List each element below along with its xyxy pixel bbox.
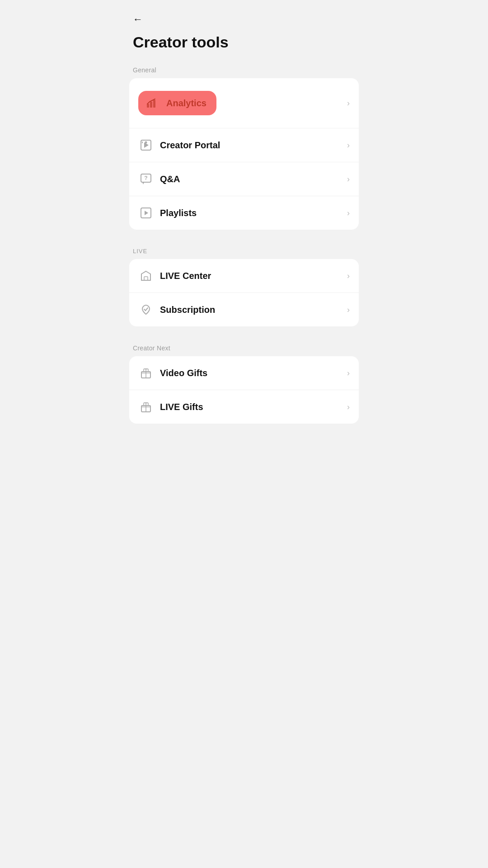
creator-portal-chevron: ›	[347, 141, 350, 150]
section-label-creator-next: Creator Next	[122, 335, 366, 356]
subscription-icon	[138, 302, 154, 317]
svg-rect-11	[144, 277, 148, 280]
section-label-live: LIVE	[122, 239, 366, 259]
video-gifts-chevron: ›	[347, 368, 350, 378]
creator-portal-icon	[138, 137, 154, 153]
qna-label: Q&A	[160, 174, 343, 184]
creator-next-card: Video Gifts › LIVE Gifts ›	[129, 356, 359, 424]
playlists-chevron: ›	[347, 208, 350, 218]
analytics-label: Analytics	[166, 98, 206, 108]
live-card: LIVE Center › Subscription ›	[129, 259, 359, 326]
video-gifts-label: Video Gifts	[160, 368, 343, 378]
svg-rect-0	[147, 104, 149, 108]
section-live: LIVE LIVE Center ›	[122, 239, 366, 326]
video-gifts-icon	[138, 365, 154, 381]
menu-item-subscription[interactable]: Subscription ›	[129, 293, 359, 326]
svg-text:?: ?	[144, 175, 147, 181]
live-gifts-icon	[138, 399, 154, 415]
creator-tools-page: ← Creator tools General Analyt	[122, 0, 366, 434]
live-gifts-chevron: ›	[347, 402, 350, 412]
section-general: General Analytics ›	[122, 57, 366, 230]
menu-item-analytics[interactable]: Analytics ›	[129, 78, 359, 128]
menu-item-live-gifts[interactable]: LIVE Gifts ›	[129, 390, 359, 424]
section-label-general: General	[122, 57, 366, 78]
back-arrow-icon: ←	[133, 14, 143, 25]
live-center-chevron: ›	[347, 271, 350, 281]
creator-portal-label: Creator Portal	[160, 140, 343, 151]
svg-rect-1	[150, 102, 152, 108]
svg-marker-8	[142, 182, 144, 184]
svg-point-5	[145, 142, 147, 144]
live-gifts-label: LIVE Gifts	[160, 402, 343, 412]
svg-marker-10	[145, 211, 148, 215]
menu-item-live-center[interactable]: LIVE Center ›	[129, 259, 359, 293]
live-center-icon	[138, 268, 154, 283]
playlists-icon	[138, 205, 154, 221]
menu-item-playlists[interactable]: Playlists ›	[129, 196, 359, 230]
playlists-label: Playlists	[160, 208, 343, 218]
live-center-label: LIVE Center	[160, 271, 343, 281]
menu-item-qna[interactable]: ? Q&A ›	[129, 162, 359, 196]
menu-item-video-gifts[interactable]: Video Gifts ›	[129, 356, 359, 390]
page-title: Creator tools	[133, 33, 355, 51]
qna-icon: ?	[138, 171, 154, 187]
analytics-chevron: ›	[347, 99, 350, 108]
analytics-icon	[145, 95, 160, 111]
header: ← Creator tools	[122, 0, 366, 57]
general-card: Analytics › Creator Portal ›	[129, 78, 359, 230]
subscription-label: Subscription	[160, 305, 343, 315]
back-button[interactable]: ←	[133, 14, 143, 25]
subscription-chevron: ›	[347, 305, 350, 315]
svg-rect-2	[153, 100, 155, 108]
analytics-highlight: Analytics	[138, 91, 216, 115]
qna-chevron: ›	[347, 175, 350, 184]
menu-item-creator-portal[interactable]: Creator Portal ›	[129, 128, 359, 162]
section-creator-next: Creator Next Video Gifts ›	[122, 335, 366, 424]
